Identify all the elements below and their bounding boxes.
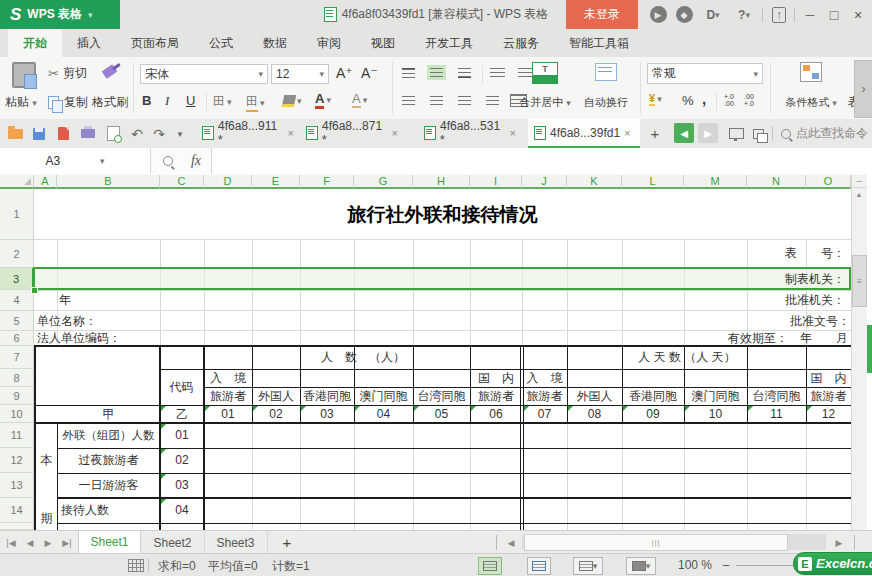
export-pdf-button[interactable] — [52, 119, 74, 148]
col-header-a[interactable]: A — [34, 175, 57, 189]
decrease-indent-button[interactable] — [490, 68, 505, 77]
row-header-13[interactable]: 13 — [0, 473, 34, 498]
close-tab-icon[interactable]: × — [624, 127, 630, 139]
wrap-text-button[interactable]: 自动换行 — [578, 63, 634, 110]
align-left-button[interactable] — [402, 96, 415, 105]
cell-code-08[interactable]: 08 — [567, 405, 622, 423]
scroll-up-arrow[interactable]: ▲ — [851, 187, 867, 201]
zoom-out-button[interactable]: − — [718, 554, 734, 576]
col-header-m[interactable]: M — [684, 175, 747, 189]
close-tab-icon[interactable]: × — [288, 127, 294, 139]
cut-button[interactable]: ✂剪切 — [48, 65, 87, 82]
tab-view[interactable]: 视图 — [356, 29, 410, 57]
close-tab-icon[interactable]: × — [510, 127, 516, 139]
col-header-h[interactable]: H — [413, 175, 470, 189]
cell-row11-label[interactable]: 外联（组团）人数 — [58, 423, 159, 448]
print-preview-button[interactable] — [102, 119, 124, 148]
col-header-i[interactable]: I — [470, 175, 522, 189]
col-header-b[interactable]: B — [57, 175, 160, 189]
selection-stats-icon[interactable] — [128, 559, 144, 572]
prev-tab-button[interactable]: ◀ — [674, 123, 694, 143]
full-screen-view-button[interactable]: ▾ — [626, 557, 656, 575]
comma-button[interactable]: , — [702, 90, 706, 107]
draw-border-button[interactable]: 田▾ — [246, 93, 265, 112]
cell-code-06[interactable]: 06 — [470, 405, 522, 423]
first-sheet-button[interactable]: |◀ — [2, 531, 20, 554]
tab-insert[interactable]: 插入 — [62, 29, 116, 57]
cell-sub-o[interactable]: 旅游者 — [806, 387, 851, 405]
row-header-11[interactable]: 11 — [0, 423, 34, 448]
paste-button[interactable]: 粘贴 ▾ — [5, 94, 37, 111]
col-header-d[interactable]: D — [204, 175, 252, 189]
help-menu[interactable]: ?▾ — [730, 0, 758, 29]
copy-button[interactable]: 复制 — [48, 94, 88, 111]
insert-function-button[interactable]: fx — [184, 148, 208, 174]
quick-access-caret[interactable]: ▾ — [172, 119, 188, 148]
font-name-select[interactable]: 宋体▾ — [140, 64, 268, 84]
row-header-10[interactable]: 10 — [0, 405, 34, 423]
cell-approve-org[interactable]: 批准机关： — [645, 290, 845, 311]
sheet-tab-1[interactable]: Sheet1 — [78, 531, 141, 554]
col-header-j[interactable]: J — [522, 175, 567, 189]
next-tab-button[interactable]: ▶ — [698, 123, 718, 143]
cell-code-02[interactable]: 02 — [252, 405, 300, 423]
row-header-2[interactable]: 2 — [0, 240, 34, 268]
switch-window-button[interactable] — [726, 119, 746, 148]
vertical-scrollbar[interactable] — [851, 175, 867, 530]
col-header-c[interactable]: C — [160, 175, 204, 189]
paste-icon[interactable] — [12, 62, 36, 88]
cell-sub-d[interactable]: 旅游者 — [204, 387, 252, 405]
sheet-title-cell[interactable]: 旅行社外联和接待情况 — [34, 189, 851, 240]
tab-developer[interactable]: 开发工具 — [410, 29, 488, 57]
cell-code-header[interactable]: 代码 — [160, 369, 203, 405]
normal-view-button[interactable] — [478, 557, 502, 575]
cell-sub-n[interactable]: 台湾同胞 — [747, 387, 806, 405]
cell-sub-g[interactable]: 澳门同胞 — [354, 387, 413, 405]
minimize-button[interactable]: ─ — [798, 0, 822, 29]
cell-person-days-header[interactable]: 人 天 数 （人 天） — [523, 346, 851, 369]
row-header-12[interactable]: 12 — [0, 448, 34, 473]
currency-button[interactable]: ¥▾ — [649, 92, 662, 106]
sheet-tab-3[interactable]: Sheet3 — [204, 531, 268, 554]
locate-button[interactable] — [158, 148, 178, 174]
horizontal-scroll-thumb[interactable]: ||| — [524, 534, 788, 551]
cell-sub-h[interactable]: 台湾同胞 — [413, 387, 470, 405]
login-button[interactable]: 未登录 — [566, 0, 638, 29]
fill-handle[interactable] — [31, 287, 38, 294]
cell-inbound-2[interactable]: 入 境 — [522, 369, 567, 387]
font-size-select[interactable]: 12▾ — [271, 64, 329, 84]
page-break-view-button[interactable] — [527, 557, 551, 575]
name-box[interactable]: A3▾ — [0, 148, 151, 174]
cell-maker-org[interactable]: 制表机关： — [645, 268, 845, 290]
cell-row12-label[interactable]: 过夜旅游者 — [58, 448, 159, 473]
tab-data[interactable]: 数据 — [248, 29, 302, 57]
integral-icon[interactable]: ◆ — [672, 0, 696, 29]
prev-sheet-button[interactable]: ◀ — [22, 531, 38, 554]
close-tab-icon[interactable]: × — [392, 127, 398, 139]
cell-row13-code[interactable]: 03 — [160, 473, 204, 498]
undo-button[interactable]: ↶ — [126, 119, 148, 148]
cell-domestic-1[interactable]: 国 内 — [470, 369, 522, 387]
number-format-select[interactable]: 常规▾ — [647, 63, 763, 84]
open-button[interactable] — [4, 119, 26, 148]
clear-format-button[interactable]: A▾ — [352, 91, 367, 108]
select-all-corner[interactable] — [0, 175, 34, 189]
cell-code-04[interactable]: 04 — [354, 405, 413, 423]
row-header-3-selected[interactable]: 3 — [0, 268, 34, 290]
cell-code-03[interactable]: 03 — [300, 405, 354, 423]
add-sheet-button[interactable]: + — [276, 531, 298, 554]
cell-code-12[interactable]: 12 — [806, 405, 851, 423]
italic-button[interactable]: I — [165, 93, 169, 109]
cell-sub-k[interactable]: 外国人 — [567, 387, 622, 405]
cell-sub-j[interactable]: 旅游者 — [522, 387, 567, 405]
tab-home[interactable]: 开始 — [8, 29, 62, 57]
sheet-tab-2[interactable]: Sheet2 — [141, 531, 205, 554]
col-header-e[interactable]: E — [252, 175, 300, 189]
col-header-k[interactable]: K — [567, 175, 622, 189]
wps-logo[interactable]: S WPS 表格 ▾ — [0, 0, 120, 29]
row-header-5[interactable]: 5 — [0, 311, 34, 331]
align-top-button[interactable] — [402, 68, 415, 78]
cell-table-no[interactable]: 表 号： — [645, 240, 845, 267]
grow-font-button[interactable]: A⁺ — [336, 65, 353, 81]
redo-button[interactable]: ↷ — [148, 119, 170, 148]
